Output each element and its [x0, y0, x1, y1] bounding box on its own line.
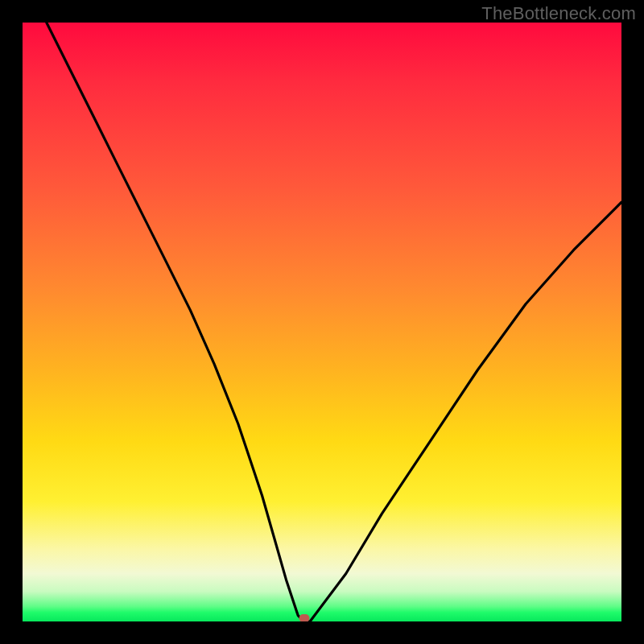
chart-frame: TheBottleneck.com: [0, 0, 644, 644]
plot-area: [23, 23, 621, 621]
optimum-marker: [299, 614, 309, 621]
bottleneck-curve: [23, 23, 621, 621]
watermark-text: TheBottleneck.com: [481, 3, 636, 24]
